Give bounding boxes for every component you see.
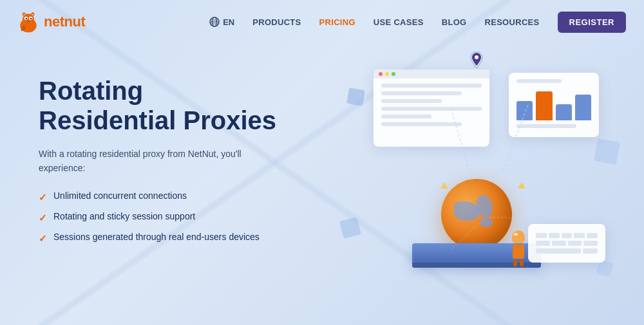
card-line	[381, 99, 442, 103]
nav-links: EN PRODUCTS PRICING USE CASES BLOG RESOU…	[209, 12, 626, 33]
character-leg	[520, 260, 524, 266]
nav-blog[interactable]: BLOG	[442, 17, 467, 27]
decorative-cube	[339, 217, 361, 239]
globe-continent	[454, 201, 480, 221]
check-icon: ✓	[39, 190, 47, 204]
svg-point-6	[26, 20, 30, 23]
keyboard-key	[583, 248, 598, 254]
logo-squirrel-icon	[15, 9, 41, 35]
keyboard-row	[536, 241, 598, 246]
keyboard-key	[583, 241, 598, 246]
feature-item: ✓ Unlimited concurrent connections	[39, 190, 309, 204]
nav-lang[interactable]: EN	[209, 17, 234, 27]
keyboard-key	[552, 241, 566, 246]
browser-card	[374, 70, 489, 147]
keyboard-rows	[536, 233, 598, 254]
svg-point-5	[30, 18, 32, 20]
card-line	[381, 122, 462, 126]
hero-description: With a rotating residential proxy from N…	[39, 147, 245, 176]
features-list: ✓ Unlimited concurrent connections ✓ Rot…	[39, 190, 309, 245]
hero-title: Rotating Residential Proxies	[39, 76, 309, 135]
chart-bar	[556, 104, 572, 120]
keyboard-row	[536, 233, 598, 238]
character-figure	[509, 230, 528, 266]
card-line	[381, 84, 482, 88]
keyboard-card	[528, 224, 605, 263]
chart-bar	[575, 95, 591, 120]
location-pin-icon	[469, 51, 484, 70]
keyboard-spacebar	[536, 248, 581, 254]
main-content: Rotating Residential Proxies With a rota…	[0, 44, 644, 308]
browser-dot-green	[392, 72, 395, 76]
keyboard-key	[574, 233, 585, 238]
decorative-cube	[594, 138, 620, 165]
card-line	[381, 91, 462, 95]
logo-text: netnut	[44, 14, 85, 30]
browser-bar	[374, 70, 489, 79]
globe-icon	[209, 17, 220, 27]
decorative-cube	[346, 88, 365, 106]
navbar: netnut EN PRODUCTS PRICING USE CASES BLO…	[0, 0, 644, 44]
keyboard-key	[549, 233, 560, 238]
nav-pricing[interactable]: PRICING	[319, 17, 355, 27]
card-line	[381, 115, 431, 118]
logo[interactable]: netnut	[15, 9, 85, 35]
right-panel	[309, 63, 612, 308]
chart-card	[509, 73, 599, 137]
globe-continent	[480, 218, 493, 227]
left-panel: Rotating Residential Proxies With a rota…	[39, 63, 309, 245]
page-wrapper: netnut EN PRODUCTS PRICING USE CASES BLO…	[0, 0, 644, 325]
illustration	[322, 57, 631, 301]
nav-register-button[interactable]: REGISTER	[558, 12, 626, 33]
svg-point-12	[475, 55, 478, 59]
svg-point-4	[25, 18, 27, 20]
character-leg	[513, 260, 517, 266]
nav-products[interactable]: PRODUCTS	[252, 17, 301, 27]
globe-illustration	[441, 179, 512, 250]
keyboard-key	[568, 241, 582, 246]
feature-item: ✓ Sessions generated through real end-us…	[39, 231, 309, 245]
nav-use-cases[interactable]: USE CASES	[374, 17, 424, 27]
keyboard-key	[562, 233, 573, 238]
card-line	[516, 79, 562, 83]
chart-bar	[536, 91, 552, 120]
svg-point-1	[23, 14, 34, 25]
card-line	[381, 107, 482, 111]
keyboard-key	[536, 241, 550, 246]
keyboard-row	[536, 248, 598, 254]
card-line	[516, 124, 576, 128]
character-head	[512, 230, 525, 243]
character-legs	[509, 260, 528, 266]
svg-marker-18	[518, 182, 526, 189]
feature-item: ✓ Rotating and sticky session support	[39, 210, 309, 225]
browser-dot-yellow	[385, 72, 389, 76]
check-icon: ✓	[39, 232, 47, 245]
check-icon: ✓	[39, 211, 47, 225]
nav-resources[interactable]: RESOURCES	[484, 17, 539, 27]
chart-bar	[516, 101, 533, 120]
keyboard-key	[587, 233, 598, 238]
browser-dot-red	[379, 72, 383, 76]
keyboard-key	[536, 233, 547, 238]
character-body	[513, 245, 524, 259]
svg-marker-17	[440, 182, 448, 189]
bar-chart	[516, 88, 591, 120]
